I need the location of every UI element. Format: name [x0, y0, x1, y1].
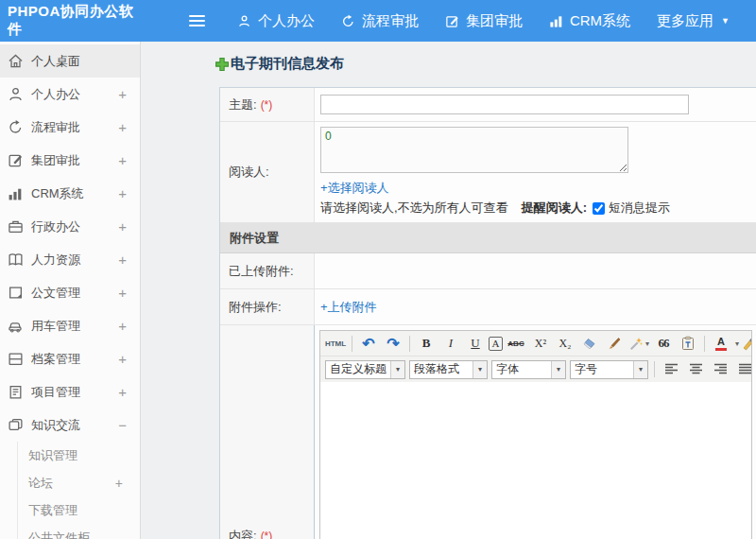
underline-button[interactable]: U: [464, 333, 487, 354]
select-value: 自定义标题: [326, 361, 390, 377]
readers-textarea[interactable]: 0: [320, 127, 628, 173]
sidebar-item-label: 流程审批: [31, 119, 118, 136]
attachment-operation-label-cell: 附件操作:: [220, 289, 315, 324]
expand-toggle[interactable]: +: [118, 152, 127, 168]
sidebar-item-personal-office[interactable]: 个人办公 +: [0, 78, 140, 111]
sidebar-item-vehicle-mgmt[interactable]: 用车管理 +: [0, 309, 140, 342]
font-size-select[interactable]: 字号 ▾: [570, 360, 648, 379]
heading-style-select[interactable]: 自定义标题 ▾: [325, 360, 405, 379]
readers-hint-text: 请选择阅读人,不选为所有人可查看: [320, 200, 508, 217]
auto-format-icon[interactable]: ▾: [627, 333, 650, 354]
chevron-down-icon[interactable]: ▾: [735, 339, 739, 348]
paste-plain-icon[interactable]: [677, 333, 699, 354]
expand-toggle[interactable]: +: [118, 252, 127, 268]
expand-toggle[interactable]: +: [118, 285, 127, 301]
align-justify-icon[interactable]: [733, 359, 751, 380]
nav-crm-system[interactable]: CRM系统: [549, 12, 630, 30]
sidebar-item-group-approval[interactable]: 集团审批 +: [0, 144, 140, 177]
nav-personal-office[interactable]: 个人办公: [237, 12, 315, 30]
home-icon: [8, 53, 24, 69]
sidebar-item-project-mgmt[interactable]: 项目管理 +: [0, 375, 140, 409]
source-code-button[interactable]: HTML: [324, 333, 347, 354]
highlight-color-icon[interactable]: ▾: [740, 333, 751, 354]
sidebar-item-personal-desktop[interactable]: 个人桌面: [0, 44, 140, 78]
archive-icon: [8, 351, 24, 367]
editor-toolbar-row1: HTML ↶ ↷ B I U A ABC X² X₂ ▾: [320, 331, 751, 356]
toolbar-divider: [352, 336, 352, 352]
chevron-down-icon: ▾: [390, 361, 404, 378]
blockquote-button[interactable]: 66: [652, 333, 675, 354]
top-nav: 个人办公 流程审批 集团审批 CRM系统 更多应用 ▼: [237, 12, 756, 30]
sidebar-item-label: 下载管理: [28, 502, 123, 519]
sidebar-item-label: 个人办公: [31, 86, 118, 103]
collapse-toggle[interactable]: −: [118, 417, 127, 433]
sidebar-item-knowledge-exchange[interactable]: 知识交流 −: [0, 409, 140, 442]
paragraph-format-select[interactable]: 段落格式 ▾: [409, 360, 488, 379]
sidebar-item-label: 公文管理: [31, 285, 118, 302]
select-readers-link[interactable]: +选择阅读人: [320, 180, 756, 197]
attachment-operation-label: 附件操作:: [229, 299, 282, 316]
expand-toggle[interactable]: +: [118, 119, 127, 135]
select-value: 段落格式: [410, 361, 472, 377]
subscript-button[interactable]: X₂: [554, 333, 576, 354]
superscript-button[interactable]: X²: [529, 333, 552, 354]
undo-button[interactable]: ↶: [357, 333, 380, 354]
expand-toggle[interactable]: +: [118, 351, 127, 367]
sms-notify-checkbox[interactable]: [593, 202, 605, 215]
font-name-button[interactable]: A: [489, 337, 503, 351]
upload-attachment-link[interactable]: +上传附件: [320, 299, 377, 316]
sidebar-item-document-mgmt[interactable]: 公文管理 +: [0, 276, 140, 309]
sidebar-item-download-mgmt[interactable]: 下载管理: [18, 496, 140, 524]
nav-group-approval[interactable]: 集团审批: [445, 12, 523, 30]
redo-button[interactable]: ↷: [382, 333, 404, 354]
nav-label: 个人办公: [258, 12, 315, 30]
align-right-icon[interactable]: [709, 359, 731, 380]
sidebar-item-knowledge-mgmt[interactable]: 知识管理: [18, 442, 140, 469]
strikethrough-button[interactable]: ABC: [505, 333, 527, 354]
content-label: 内容:: [229, 528, 257, 539]
sidebar-item-label: 知识管理: [28, 447, 123, 464]
sidebar-item-crm-system[interactable]: CRM系统 +: [0, 177, 140, 210]
align-center-icon[interactable]: [684, 359, 707, 380]
sidebar-item-forum[interactable]: 论坛 +: [18, 469, 140, 496]
nav-workflow-approval[interactable]: 流程审批: [341, 12, 419, 30]
readers-hint-line: 请选择阅读人,不选为所有人可查看 提醒阅读人: 短消息提示: [320, 200, 756, 217]
expand-toggle[interactable]: +: [115, 476, 123, 491]
project-doc-icon: [8, 384, 24, 400]
nav-more-apps[interactable]: 更多应用 ▼: [657, 12, 730, 30]
workflow-icon: [8, 119, 24, 135]
sidebar-item-label: 论坛: [28, 475, 115, 492]
expand-toggle[interactable]: +: [118, 218, 127, 235]
eraser-icon[interactable]: [578, 333, 601, 354]
sidebar-item-label: 公共文件柜: [28, 530, 123, 539]
format-painter-icon[interactable]: [603, 333, 626, 354]
font-family-select[interactable]: 字体 ▾: [491, 360, 566, 379]
attachment-section-header: 附件设置: [220, 223, 756, 253]
sidebar-item-workflow-approval[interactable]: 流程审批 +: [0, 111, 140, 144]
italic-button[interactable]: I: [439, 333, 462, 354]
expand-toggle[interactable]: +: [118, 86, 127, 102]
sidebar-item-public-file-cabinet[interactable]: 公共文件柜: [18, 524, 140, 539]
remind-readers-label: 提醒阅读人:: [522, 200, 587, 217]
user-icon: [237, 14, 251, 28]
sidebar-item-label: 行政办公: [31, 218, 118, 235]
align-left-icon[interactable]: [660, 359, 682, 380]
subject-input[interactable]: [320, 95, 689, 114]
subject-row: 主题: (*): [220, 88, 756, 122]
bold-button[interactable]: B: [415, 333, 438, 354]
font-color-button[interactable]: A: [710, 333, 732, 354]
hamburger-menu-icon[interactable]: [189, 12, 205, 29]
sidebar-item-archive-mgmt[interactable]: 档案管理 +: [0, 342, 140, 375]
expand-toggle[interactable]: +: [118, 185, 127, 201]
expand-toggle[interactable]: +: [118, 318, 127, 334]
nav-label: 集团审批: [466, 12, 523, 30]
readers-label-cell: 阅读人:: [220, 122, 315, 222]
app-title: PHPOA协同办公软件: [0, 3, 140, 39]
editor-content-area[interactable]: [320, 382, 751, 539]
sidebar-item-label: 用车管理: [31, 318, 118, 335]
sidebar-item-admin-office[interactable]: 行政办公 +: [0, 210, 140, 243]
expand-toggle[interactable]: +: [118, 384, 127, 400]
toolbar-divider: [704, 336, 705, 352]
sidebar-item-hr[interactable]: 人力资源 +: [0, 243, 140, 276]
sidebar-subgroup-knowledge: 知识管理 论坛 + 下载管理 公共文件柜: [17, 442, 140, 539]
